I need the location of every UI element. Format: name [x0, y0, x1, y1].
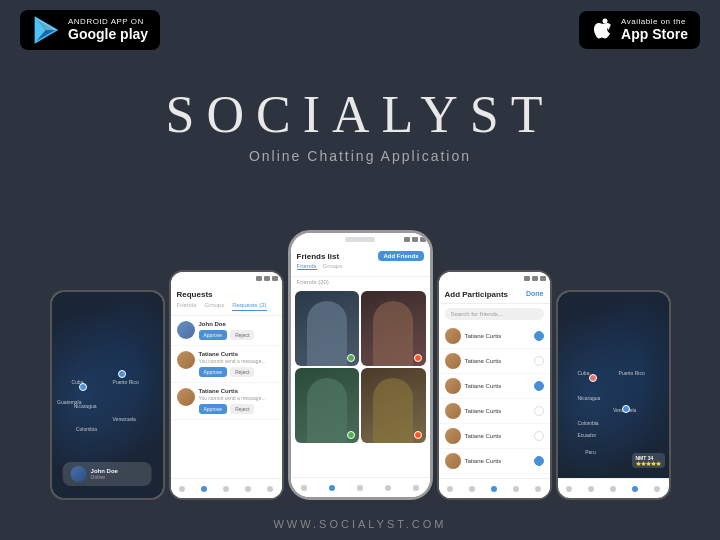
- requests-header: Requests Friends Groups Requests (2): [171, 284, 282, 316]
- participants-header: Add Participants Done: [439, 284, 550, 304]
- approve-btn-3[interactable]: Approve: [199, 404, 228, 414]
- friend-status-1: [347, 354, 355, 362]
- add-friends-button[interactable]: Add Friends: [378, 251, 423, 261]
- nav-bar-map-right: [558, 478, 669, 498]
- nav-dot-2: [201, 486, 207, 492]
- approve-btn-1[interactable]: Approve: [199, 330, 228, 340]
- approve-btn-2[interactable]: Approve: [199, 367, 228, 377]
- reject-btn-1[interactable]: Reject: [230, 330, 254, 340]
- req-avatar-1: [177, 321, 195, 339]
- participants-content: Add Participants Done Search for friends…: [439, 272, 550, 498]
- ios-badge[interactable]: Available on the App Store: [579, 11, 700, 49]
- participants-title: Add Participants Done: [445, 290, 544, 299]
- top-bar: ANDROID APP ON Google play Available on …: [0, 0, 720, 60]
- friends-tab-groups[interactable]: Groups: [323, 263, 343, 270]
- friend-img-4: [361, 368, 426, 443]
- part-check-4[interactable]: [534, 406, 544, 416]
- req-msg-3: You cannot send a message...: [199, 395, 276, 401]
- friends-tab-friends[interactable]: Friends: [297, 263, 317, 270]
- participants-done-btn[interactable]: Done: [526, 290, 544, 299]
- part-name-1: Tatiane Curtis: [465, 333, 530, 339]
- participants-title-text: Add Participants: [445, 290, 509, 299]
- map-label-guatemala: Guatemala: [57, 399, 81, 405]
- map-label-puertorico: Puerto Rico: [113, 379, 139, 385]
- friends-content: Friends list Add Friends Friends Groups …: [291, 233, 430, 497]
- map-label-r-cuba: Cuba: [577, 370, 589, 376]
- req-avatar-3: [177, 388, 195, 406]
- part-status-icons: [524, 276, 546, 281]
- req-info-1: John Doe Approve Reject: [199, 321, 276, 340]
- pnav-dot-2: [469, 486, 475, 492]
- reject-btn-3[interactable]: Reject: [230, 404, 254, 414]
- part-check-6[interactable]: [534, 456, 544, 466]
- map-label-r-ecuador: Ecuador: [577, 432, 596, 438]
- app-subtitle: Online Chatting Application: [0, 148, 720, 164]
- status-icons: [256, 276, 278, 281]
- phone-map-right: Cuba Puerto Rico Nicaragua Venezuela Col…: [556, 290, 671, 500]
- participants-search[interactable]: Search for friends...: [445, 308, 544, 320]
- part-name-2: Tatiane Curtis: [465, 358, 530, 364]
- nav-dot-5: [267, 486, 273, 492]
- part-name-3: Tatiane Curtis: [465, 383, 530, 389]
- req-name-3: Tatiane Curtis: [199, 388, 276, 394]
- ios-badge-text: Available on the App Store: [621, 17, 688, 43]
- tab-requests[interactable]: Requests (2): [232, 302, 266, 311]
- phones-container: Cuba Puerto Rico Nicaragua Venezuela Col…: [20, 230, 700, 500]
- nav-bar-participants: [439, 478, 550, 498]
- friend-card-4[interactable]: [361, 368, 426, 443]
- app-title: SOCIALYST: [0, 85, 720, 144]
- req-actions-2: Approve Reject: [199, 367, 276, 377]
- friends-grid: [291, 287, 430, 447]
- map-marker-1: [79, 383, 87, 391]
- friend-figure-3: [307, 378, 347, 443]
- tab-groups[interactable]: Groups: [205, 302, 225, 311]
- f-wifi-icon: [412, 237, 418, 242]
- part-check-2[interactable]: [534, 356, 544, 366]
- req-avatar-2: [177, 351, 195, 369]
- map-label-colombia: Colombia: [76, 426, 97, 432]
- participant-item-5: Tatiane Curtis: [439, 424, 550, 449]
- requests-title: Requests: [177, 290, 276, 299]
- footer-url: WWW.SOCIALYST.COM: [0, 518, 720, 530]
- map-label-r-colombia: Colombia: [577, 420, 598, 426]
- req-name-1: John Doe: [199, 321, 276, 327]
- requests-screen: Requests Friends Groups Requests (2) Joh…: [171, 272, 282, 498]
- mnav-dot-1: [566, 486, 572, 492]
- part-avatar-5: [445, 428, 461, 444]
- p-wifi-icon: [532, 276, 538, 281]
- friends-header: Friends list Add Friends Friends Groups: [291, 245, 430, 277]
- friend-figure-1: [307, 301, 347, 366]
- friend-card-1[interactable]: [295, 291, 360, 366]
- android-badge[interactable]: ANDROID APP ON Google play: [20, 10, 160, 50]
- part-name-4: Tatiane Curtis: [465, 408, 530, 414]
- map-mini-card: NMT 34 ⭐⭐⭐⭐⭐: [632, 453, 665, 468]
- mnav-dot-4: [632, 486, 638, 492]
- part-check-3[interactable]: [534, 381, 544, 391]
- part-avatar-4: [445, 403, 461, 419]
- p-battery-icon: [540, 276, 546, 281]
- part-check-1[interactable]: [534, 331, 544, 341]
- friend-card-3[interactable]: [295, 368, 360, 443]
- nav-dot-3: [223, 486, 229, 492]
- friend-card-2[interactable]: [361, 291, 426, 366]
- map-profile-card: John Doe Online: [63, 462, 152, 486]
- map-label-r-nicaragua: Nicaragua: [577, 395, 600, 401]
- nav-dot-1: [179, 486, 185, 492]
- reject-btn-2[interactable]: Reject: [230, 367, 254, 377]
- friend-img-1: [295, 291, 360, 366]
- mnav-dot-5: [654, 486, 660, 492]
- part-avatar-1: [445, 328, 461, 344]
- p-signal-icon: [524, 276, 530, 281]
- tab-friends[interactable]: Friends: [177, 302, 197, 311]
- fnav-dot-4: [385, 485, 391, 491]
- phone-requests: Requests Friends Groups Requests (2) Joh…: [169, 270, 284, 500]
- map-screen-right: Cuba Puerto Rico Nicaragua Venezuela Col…: [558, 292, 669, 498]
- request-item-2: Tatiane Curtis You cannot send a message…: [171, 346, 282, 383]
- request-item-3: Tatiane Curtis You cannot send a message…: [171, 383, 282, 420]
- participants-screen: Add Participants Done Search for friends…: [439, 272, 550, 498]
- phone-participants: Add Participants Done Search for friends…: [437, 270, 552, 500]
- pnav-dot-4: [513, 486, 519, 492]
- part-name-6: Tatiane Curtis: [465, 458, 530, 464]
- friend-status-3: [347, 431, 355, 439]
- part-check-5[interactable]: [534, 431, 544, 441]
